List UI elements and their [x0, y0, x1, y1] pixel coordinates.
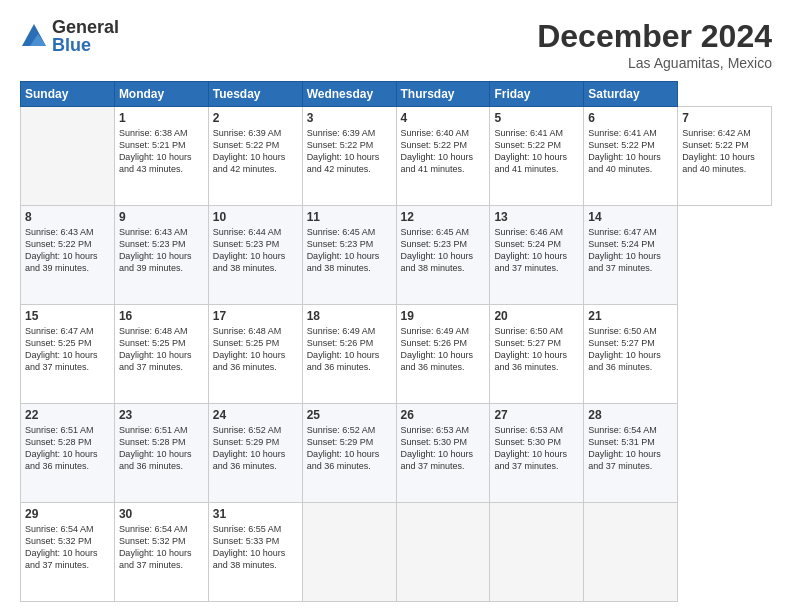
day-number: 31	[213, 507, 298, 521]
calendar-cell: 22Sunrise: 6:51 AM Sunset: 5:28 PM Dayli…	[21, 404, 115, 503]
day-number: 25	[307, 408, 392, 422]
calendar-cell: 11Sunrise: 6:45 AM Sunset: 5:23 PM Dayli…	[302, 206, 396, 305]
day-number: 30	[119, 507, 204, 521]
calendar-cell: 27Sunrise: 6:53 AM Sunset: 5:30 PM Dayli…	[490, 404, 584, 503]
cell-info: Sunrise: 6:41 AM Sunset: 5:22 PM Dayligh…	[494, 127, 579, 176]
cell-info: Sunrise: 6:44 AM Sunset: 5:23 PM Dayligh…	[213, 226, 298, 275]
calendar-cell: 2Sunrise: 6:39 AM Sunset: 5:22 PM Daylig…	[208, 107, 302, 206]
day-number: 29	[25, 507, 110, 521]
calendar-week-4: 22Sunrise: 6:51 AM Sunset: 5:28 PM Dayli…	[21, 404, 772, 503]
cell-info: Sunrise: 6:39 AM Sunset: 5:22 PM Dayligh…	[213, 127, 298, 176]
calendar-cell: 12Sunrise: 6:45 AM Sunset: 5:23 PM Dayli…	[396, 206, 490, 305]
title-block: December 2024 Las Aguamitas, Mexico	[537, 18, 772, 71]
calendar-cell	[584, 503, 678, 602]
day-number: 6	[588, 111, 673, 125]
calendar-table: SundayMondayTuesdayWednesdayThursdayFrid…	[20, 81, 772, 602]
logo-general: General	[52, 18, 119, 36]
day-header-monday: Monday	[114, 82, 208, 107]
calendar-cell	[490, 503, 584, 602]
calendar-cell: 25Sunrise: 6:52 AM Sunset: 5:29 PM Dayli…	[302, 404, 396, 503]
cell-info: Sunrise: 6:43 AM Sunset: 5:22 PM Dayligh…	[25, 226, 110, 275]
day-header-sunday: Sunday	[21, 82, 115, 107]
calendar-cell: 4Sunrise: 6:40 AM Sunset: 5:22 PM Daylig…	[396, 107, 490, 206]
calendar-week-1: 1Sunrise: 6:38 AM Sunset: 5:21 PM Daylig…	[21, 107, 772, 206]
cell-info: Sunrise: 6:50 AM Sunset: 5:27 PM Dayligh…	[494, 325, 579, 374]
calendar-cell: 19Sunrise: 6:49 AM Sunset: 5:26 PM Dayli…	[396, 305, 490, 404]
cell-info: Sunrise: 6:51 AM Sunset: 5:28 PM Dayligh…	[25, 424, 110, 473]
month-title: December 2024	[537, 18, 772, 55]
day-header-tuesday: Tuesday	[208, 82, 302, 107]
day-number: 2	[213, 111, 298, 125]
day-header-friday: Friday	[490, 82, 584, 107]
calendar-cell: 24Sunrise: 6:52 AM Sunset: 5:29 PM Dayli…	[208, 404, 302, 503]
calendar-cell: 9Sunrise: 6:43 AM Sunset: 5:23 PM Daylig…	[114, 206, 208, 305]
day-number: 1	[119, 111, 204, 125]
day-header-saturday: Saturday	[584, 82, 678, 107]
location: Las Aguamitas, Mexico	[537, 55, 772, 71]
day-number: 11	[307, 210, 392, 224]
day-number: 21	[588, 309, 673, 323]
cell-info: Sunrise: 6:40 AM Sunset: 5:22 PM Dayligh…	[401, 127, 486, 176]
calendar-cell: 20Sunrise: 6:50 AM Sunset: 5:27 PM Dayli…	[490, 305, 584, 404]
calendar-cell: 21Sunrise: 6:50 AM Sunset: 5:27 PM Dayli…	[584, 305, 678, 404]
calendar-cell: 1Sunrise: 6:38 AM Sunset: 5:21 PM Daylig…	[114, 107, 208, 206]
cell-info: Sunrise: 6:54 AM Sunset: 5:32 PM Dayligh…	[119, 523, 204, 572]
day-number: 5	[494, 111, 579, 125]
calendar-cell: 14Sunrise: 6:47 AM Sunset: 5:24 PM Dayli…	[584, 206, 678, 305]
cell-info: Sunrise: 6:52 AM Sunset: 5:29 PM Dayligh…	[213, 424, 298, 473]
cell-info: Sunrise: 6:52 AM Sunset: 5:29 PM Dayligh…	[307, 424, 392, 473]
cell-info: Sunrise: 6:45 AM Sunset: 5:23 PM Dayligh…	[307, 226, 392, 275]
day-number: 19	[401, 309, 486, 323]
day-number: 3	[307, 111, 392, 125]
cell-info: Sunrise: 6:50 AM Sunset: 5:27 PM Dayligh…	[588, 325, 673, 374]
cell-info: Sunrise: 6:41 AM Sunset: 5:22 PM Dayligh…	[588, 127, 673, 176]
calendar-cell: 23Sunrise: 6:51 AM Sunset: 5:28 PM Dayli…	[114, 404, 208, 503]
day-number: 23	[119, 408, 204, 422]
calendar-cell: 15Sunrise: 6:47 AM Sunset: 5:25 PM Dayli…	[21, 305, 115, 404]
day-number: 16	[119, 309, 204, 323]
day-number: 22	[25, 408, 110, 422]
cell-info: Sunrise: 6:46 AM Sunset: 5:24 PM Dayligh…	[494, 226, 579, 275]
day-number: 10	[213, 210, 298, 224]
logo-text: General Blue	[52, 18, 119, 54]
calendar-header-row: SundayMondayTuesdayWednesdayThursdayFrid…	[21, 82, 772, 107]
calendar-cell: 5Sunrise: 6:41 AM Sunset: 5:22 PM Daylig…	[490, 107, 584, 206]
cell-info: Sunrise: 6:42 AM Sunset: 5:22 PM Dayligh…	[682, 127, 767, 176]
calendar-cell	[396, 503, 490, 602]
cell-info: Sunrise: 6:38 AM Sunset: 5:21 PM Dayligh…	[119, 127, 204, 176]
calendar-cell	[21, 107, 115, 206]
day-number: 12	[401, 210, 486, 224]
day-number: 14	[588, 210, 673, 224]
cell-info: Sunrise: 6:39 AM Sunset: 5:22 PM Dayligh…	[307, 127, 392, 176]
cell-info: Sunrise: 6:54 AM Sunset: 5:31 PM Dayligh…	[588, 424, 673, 473]
cell-info: Sunrise: 6:51 AM Sunset: 5:28 PM Dayligh…	[119, 424, 204, 473]
calendar-cell: 30Sunrise: 6:54 AM Sunset: 5:32 PM Dayli…	[114, 503, 208, 602]
calendar-page: General Blue December 2024 Las Aguamitas…	[0, 0, 792, 612]
cell-info: Sunrise: 6:49 AM Sunset: 5:26 PM Dayligh…	[307, 325, 392, 374]
day-number: 7	[682, 111, 767, 125]
header: General Blue December 2024 Las Aguamitas…	[20, 18, 772, 71]
day-number: 28	[588, 408, 673, 422]
day-number: 8	[25, 210, 110, 224]
cell-info: Sunrise: 6:43 AM Sunset: 5:23 PM Dayligh…	[119, 226, 204, 275]
day-header-thursday: Thursday	[396, 82, 490, 107]
calendar-cell: 3Sunrise: 6:39 AM Sunset: 5:22 PM Daylig…	[302, 107, 396, 206]
cell-info: Sunrise: 6:45 AM Sunset: 5:23 PM Dayligh…	[401, 226, 486, 275]
calendar-cell: 13Sunrise: 6:46 AM Sunset: 5:24 PM Dayli…	[490, 206, 584, 305]
calendar-week-2: 8Sunrise: 6:43 AM Sunset: 5:22 PM Daylig…	[21, 206, 772, 305]
day-number: 24	[213, 408, 298, 422]
logo-blue: Blue	[52, 36, 119, 54]
day-number: 4	[401, 111, 486, 125]
cell-info: Sunrise: 6:47 AM Sunset: 5:24 PM Dayligh…	[588, 226, 673, 275]
calendar-cell: 7Sunrise: 6:42 AM Sunset: 5:22 PM Daylig…	[678, 107, 772, 206]
calendar-cell: 18Sunrise: 6:49 AM Sunset: 5:26 PM Dayli…	[302, 305, 396, 404]
cell-info: Sunrise: 6:54 AM Sunset: 5:32 PM Dayligh…	[25, 523, 110, 572]
cell-info: Sunrise: 6:49 AM Sunset: 5:26 PM Dayligh…	[401, 325, 486, 374]
day-number: 17	[213, 309, 298, 323]
cell-info: Sunrise: 6:48 AM Sunset: 5:25 PM Dayligh…	[213, 325, 298, 374]
day-number: 13	[494, 210, 579, 224]
logo-icon	[20, 22, 48, 50]
calendar-body: 1Sunrise: 6:38 AM Sunset: 5:21 PM Daylig…	[21, 107, 772, 602]
day-number: 20	[494, 309, 579, 323]
cell-info: Sunrise: 6:48 AM Sunset: 5:25 PM Dayligh…	[119, 325, 204, 374]
